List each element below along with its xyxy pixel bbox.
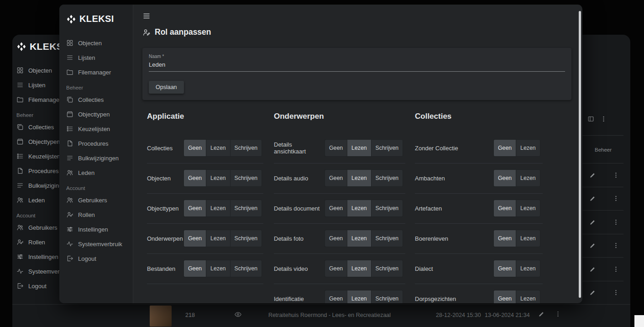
sidebar-item-instellingen[interactable]: Instellingen — [66, 222, 133, 237]
permission-row-label: Objecten — [147, 175, 183, 182]
sidebar-item-lijsten[interactable]: Lijsten — [66, 50, 133, 65]
permission-option-schrijven[interactable]: Schrijven — [371, 200, 403, 217]
permission-row-label: Identificatie — [274, 295, 325, 302]
permission-option-lezen[interactable]: Lezen — [206, 260, 230, 277]
permission-option-geen[interactable]: Geen — [325, 290, 347, 303]
permission-option-schrijven[interactable]: Schrijven — [230, 169, 262, 187]
sidebar-item-collecties[interactable]: Collecties — [66, 92, 133, 107]
kebab-menu-icon[interactable] — [613, 219, 619, 226]
permission-option-geen[interactable]: Geen — [325, 230, 347, 247]
permission-option-schrijven[interactable]: Schrijven — [371, 139, 403, 157]
permission-option-lezen[interactable]: Lezen — [347, 260, 371, 277]
permission-option-lezen[interactable]: Lezen — [206, 230, 230, 247]
permission-option-geen[interactable]: Geen — [183, 169, 206, 187]
permission-option-geen[interactable]: Geen — [325, 139, 347, 157]
kebab-menu-icon[interactable] — [613, 266, 619, 273]
window-scrollbar[interactable] — [634, 315, 644, 327]
permission-option-lezen[interactable]: Lezen — [516, 260, 540, 277]
visibility-eye-icon[interactable] — [234, 311, 242, 318]
kebab-menu-icon[interactable] — [555, 311, 561, 317]
kebab-menu-icon[interactable] — [613, 289, 619, 296]
modal-scrollbar[interactable] — [579, 11, 581, 298]
permission-group-title: Applicatie — [147, 112, 263, 121]
sidebar-item-objecttypen[interactable]: Objecttypen — [66, 107, 133, 121]
sidebar-item-bulkwijzigingen[interactable]: Bulkwijzigingen — [66, 151, 133, 165]
permission-option-lezen[interactable]: Lezen — [347, 290, 371, 303]
sidebar-item-procedures[interactable]: Procedures — [66, 136, 133, 151]
permission-option-geen[interactable]: Geen — [493, 290, 516, 303]
sidebar-item-leden[interactable]: Leden — [66, 165, 133, 180]
edit-icon[interactable] — [589, 195, 596, 202]
edit-icon[interactable] — [589, 172, 596, 179]
sidebar-item-label: Objecttypen — [78, 111, 110, 118]
sidebar-item-gebruikers[interactable]: Gebruikers — [66, 193, 133, 207]
edit-icon[interactable] — [589, 289, 596, 296]
edit-icon[interactable] — [589, 219, 596, 226]
permission-option-lezen[interactable]: Lezen — [516, 200, 540, 217]
kebab-menu-icon[interactable] — [613, 172, 619, 179]
edit-icon[interactable] — [589, 242, 596, 249]
permission-option-lezen[interactable]: Lezen — [206, 169, 230, 187]
permission-option-geen[interactable]: Geen — [325, 169, 347, 187]
sidebar-section-label: Account — [66, 185, 133, 191]
permission-option-geen[interactable]: Geen — [493, 200, 516, 217]
permission-option-geen[interactable]: Geen — [325, 200, 347, 217]
sidebar-item-label: Keuzelijsten — [78, 126, 110, 132]
permission-option-geen[interactable]: Geen — [183, 200, 206, 217]
kebab-menu-icon[interactable] — [613, 195, 619, 202]
edit-icon[interactable] — [589, 266, 596, 273]
permission-option-lezen[interactable]: Lezen — [516, 169, 540, 187]
permission-option-geen[interactable]: Geen — [493, 169, 516, 187]
name-input[interactable]: Leden — [149, 59, 565, 72]
save-button[interactable]: Opslaan — [149, 81, 184, 94]
kebab-menu-icon[interactable] — [600, 116, 607, 122]
kebab-menu-icon[interactable] — [613, 242, 619, 249]
permission-option-lezen[interactable]: Lezen — [516, 230, 540, 247]
sidebar-item-objecten[interactable]: Objecten — [66, 36, 133, 50]
table-row[interactable]: 218 Retraitehuis Roermond - Lees- en Rec… — [12, 304, 630, 327]
sidebar-item-label: Keuzelijsten — [28, 153, 60, 160]
permission-option-lezen[interactable]: Lezen — [347, 169, 371, 187]
permission-option-schrijven[interactable]: Schrijven — [230, 230, 262, 247]
permission-option-schrijven[interactable]: Schrijven — [230, 200, 262, 217]
permission-group-title: Collecties — [415, 112, 543, 121]
permission-option-geen[interactable]: Geen — [493, 139, 516, 157]
sidebar-item-logout[interactable]: Logout — [66, 251, 133, 266]
sidebar-item-label: Rollen — [78, 211, 95, 218]
sidebar-item-filemanager[interactable]: Filemanager — [66, 65, 133, 79]
row-divider — [415, 253, 543, 254]
permission-option-schrijven[interactable]: Schrijven — [371, 260, 403, 277]
permission-option-schrijven[interactable]: Schrijven — [230, 260, 262, 277]
role-edit-window: KLEKSIObjectenLijstenFilemanagerBeheerCo… — [59, 5, 582, 303]
grid-icon — [66, 39, 73, 47]
permission-option-schrijven[interactable]: Schrijven — [371, 290, 403, 303]
permission-option-geen[interactable]: Geen — [183, 139, 206, 157]
object-thumbnail[interactable] — [150, 306, 172, 327]
permission-option-schrijven[interactable]: Schrijven — [230, 139, 262, 157]
permission-option-lezen[interactable]: Lezen — [206, 200, 230, 217]
permission-option-lezen[interactable]: Lezen — [516, 290, 540, 303]
sidebar-item-systeemverbruik[interactable]: Systeemverbruik — [66, 237, 133, 251]
edit-icon[interactable] — [538, 311, 545, 317]
panel-icon[interactable] — [587, 116, 594, 122]
permission-option-geen[interactable]: Geen — [183, 260, 206, 277]
menu-icon[interactable] — [142, 12, 151, 20]
permission-option-lezen[interactable]: Lezen — [347, 230, 371, 247]
permission-option-lezen[interactable]: Lezen — [206, 139, 230, 157]
permission-option-lezen[interactable]: Lezen — [347, 200, 371, 217]
permission-option-geen[interactable]: Geen — [493, 260, 516, 277]
permission-option-geen[interactable]: Geen — [183, 230, 206, 247]
row-divider — [274, 193, 405, 194]
sidebar-item-label: Filemanager — [78, 69, 111, 76]
permission-option-schrijven[interactable]: Schrijven — [371, 230, 403, 247]
permission-option-geen[interactable]: Geen — [325, 260, 347, 277]
permission-option-lezen[interactable]: Lezen — [516, 139, 540, 157]
permission-row-label: Details audio — [274, 175, 325, 182]
sidebar-item-rollen[interactable]: Rollen — [66, 207, 133, 222]
permission-option-schrijven[interactable]: Schrijven — [371, 169, 403, 187]
permission-option-lezen[interactable]: Lezen — [347, 139, 371, 157]
row-divider — [274, 223, 405, 224]
permission-option-geen[interactable]: Geen — [493, 230, 516, 247]
sidebar-item-keuzelijsten[interactable]: Keuzelijsten — [66, 121, 133, 136]
sidebar-item-label: Instellingen — [78, 226, 108, 233]
